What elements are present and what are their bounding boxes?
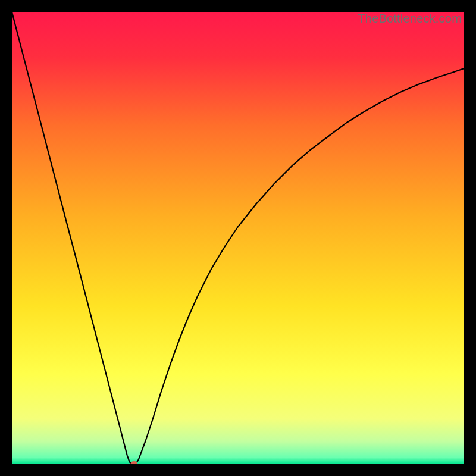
watermark-text: TheBottleneck.com (358, 12, 462, 26)
chart-frame: TheBottleneck.com (12, 12, 464, 464)
gradient-background (12, 12, 464, 464)
bottleneck-chart (12, 12, 464, 464)
